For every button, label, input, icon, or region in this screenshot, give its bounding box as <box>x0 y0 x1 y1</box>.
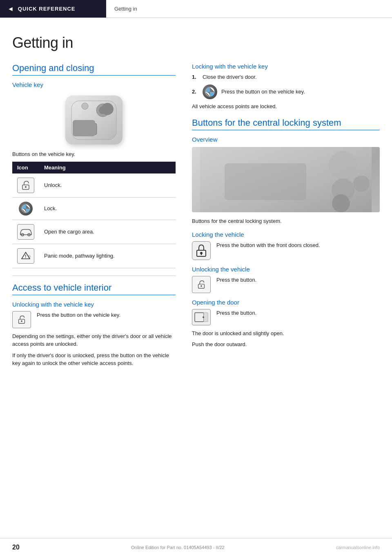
table-meaning-lock: Lock. <box>39 197 176 220</box>
locking-steps: 1. Close the driver's door. <box>192 73 380 81</box>
vehicle-key-image <box>12 96 176 145</box>
push-door-text: Push the door outward. <box>192 340 380 349</box>
key-illustration <box>65 96 122 145</box>
table-icon-cell-cargo <box>12 220 39 244</box>
sub-locking-key: Locking with the vehicle key <box>192 63 380 70</box>
table-meaning-cargo: Open the cargo area. <box>39 220 176 244</box>
step2-row: 2. Press the button on the vehicle key. <box>192 85 380 99</box>
bmw-logo-svg <box>21 204 30 213</box>
svg-point-20 <box>332 194 350 212</box>
svg-point-2 <box>99 106 107 114</box>
sub-locking-vehicle: Locking the vehicle <box>192 231 380 238</box>
back-arrow-icon[interactable]: ◄ <box>7 5 14 13</box>
top-navigation: ◄ QUICK REFERENCE Getting in <box>0 0 392 18</box>
step-2-num: 2. <box>192 89 198 95</box>
left-column: Getting in Opening and closing Vehicle k… <box>12 30 188 371</box>
svg-point-15 <box>21 320 22 322</box>
table-icon-cell-unlock <box>12 173 39 198</box>
bmw-step2-svg <box>205 87 215 97</box>
unlock-key-icon <box>12 311 31 328</box>
table-row: Unlock. <box>12 173 176 198</box>
svg-point-18 <box>329 151 357 180</box>
locking-vehicle-text: Press the button with the front doors cl… <box>216 241 320 249</box>
lock-button-icon <box>192 241 211 260</box>
svg-point-1 <box>96 104 109 117</box>
section-opening-closing: Opening and closing <box>12 63 176 76</box>
table-row: Open the cargo area. <box>12 220 176 244</box>
watermark-text: carmanualsonline.info <box>336 545 380 550</box>
panic-icon: ! )) <box>17 248 34 264</box>
buttons-on-key-label: Buttons on the vehicle key. <box>12 150 176 158</box>
sub-unlocking: Unlocking with the vehicle key <box>12 301 176 308</box>
online-edition-text: Online Edition for Part no. 01405A54493 … <box>131 545 225 550</box>
buttons-central-text: Buttons for the central locking system. <box>192 217 380 225</box>
svg-point-29 <box>203 316 204 318</box>
cargo-icon <box>17 224 34 240</box>
svg-point-6 <box>25 186 27 188</box>
table-header-icon: Icon <box>12 162 39 173</box>
page-number: 20 <box>12 544 20 551</box>
opening-door-text: Press the button. <box>216 309 256 317</box>
interior-svg <box>192 147 380 212</box>
svg-rect-0 <box>71 101 116 140</box>
svg-text:!: ! <box>25 254 26 259</box>
sub-opening-door: Opening the door <box>192 299 380 306</box>
sub-unlocking-vehicle: Unlocking the vehicle <box>192 266 380 273</box>
unlocking-vehicle-text: Press the button. <box>216 276 256 284</box>
car-svg <box>19 227 32 236</box>
unlock-svg <box>20 180 31 191</box>
svg-rect-27 <box>195 313 204 322</box>
unlock-vehicle-icon <box>192 276 211 293</box>
svg-rect-3 <box>74 123 97 135</box>
table-row: Lock. <box>12 197 176 220</box>
svg-text:)): )) <box>28 254 31 258</box>
key-svg <box>69 99 118 142</box>
open-door-icon <box>192 309 211 325</box>
svg-rect-28 <box>204 313 208 322</box>
table-icon-cell-lock <box>12 197 39 220</box>
quick-reference-nav[interactable]: ◄ QUICK REFERENCE <box>0 0 106 18</box>
section-buttons-central: Buttons for the central locking system <box>192 118 380 130</box>
unlocking-row: Press the button on the vehicle key. <box>12 311 176 328</box>
table-meaning-unlock: Unlock. <box>39 173 176 198</box>
unlocking-text: Press the button on the vehicle key. <box>37 311 120 319</box>
sub-vehicle-key: Vehicle key <box>12 81 176 88</box>
right-column: Locking with the vehicle key 1. Close th… <box>188 30 380 371</box>
unlocking-vehicle-row: Press the button. <box>192 276 380 293</box>
table-meaning-panic: Panic mode, pathway lighting. <box>39 244 176 268</box>
table-row: ! )) Panic mode, pathway lighting. <box>12 244 176 268</box>
access-para2: If only the driver's door is unlocked, p… <box>12 351 176 367</box>
svg-point-4 <box>82 103 88 109</box>
bmw-button-icon <box>203 85 217 99</box>
opening-door-row: Press the button. <box>192 309 380 325</box>
icon-meaning-table: Icon Meaning Unlock <box>12 162 176 268</box>
divider <box>12 276 176 276</box>
page-title: Getting in <box>12 30 176 51</box>
step-1-text: Close the driver's door. <box>203 73 257 81</box>
section-access: Access to vehicle interior <box>12 282 176 295</box>
bmw-lock-icon <box>19 202 33 216</box>
bottom-bar: 20 Online Edition for Part no. 01405A544… <box>0 538 392 556</box>
panic-svg: ! )) <box>20 251 32 261</box>
unlock-small-svg <box>16 314 27 325</box>
step-2-text: Press the button on the vehicle key. <box>221 89 305 95</box>
svg-point-26 <box>200 285 202 287</box>
page-content: Getting in Opening and closing Vehicle k… <box>0 18 392 395</box>
door-unlocked-text: The door is unlocked and slightly open. <box>192 329 380 338</box>
locking-vehicle-row: Press the button with the front doors cl… <box>192 241 380 260</box>
breadcrumb: Getting in <box>106 0 145 18</box>
unlock-v-svg <box>196 279 207 290</box>
door-svg <box>194 311 209 323</box>
step-1: 1. Close the driver's door. <box>192 73 380 81</box>
access-para1: Depending on the settings, either only t… <box>12 332 176 348</box>
table-header-meaning: Meaning <box>39 162 176 173</box>
table-icon-cell-panic: ! )) <box>12 244 39 268</box>
nav-quick-ref-label: QUICK REFERENCE <box>18 6 76 12</box>
unlock-button-icon <box>17 178 34 193</box>
svg-rect-21 <box>225 163 306 200</box>
lock-svg <box>195 244 207 258</box>
sub-overview: Overview <box>192 136 380 143</box>
central-locking-image <box>192 147 380 212</box>
breadcrumb-text: Getting in <box>114 6 137 12</box>
step-1-num: 1. <box>192 73 198 81</box>
